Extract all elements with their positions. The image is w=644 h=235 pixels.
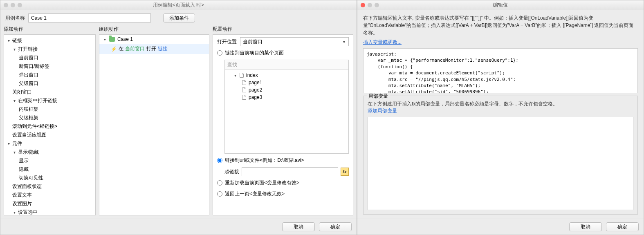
chevron-down-icon: ▾ bbox=[12, 210, 16, 215]
titlebar: 编辑值 bbox=[357, 0, 644, 10]
page-root[interactable]: ▾index bbox=[225, 72, 348, 79]
hyperlink-input[interactable] bbox=[242, 167, 338, 176]
tree-scroll-to[interactable]: 滚动到元件<锚链接> bbox=[4, 122, 95, 131]
edit-value-window: 编辑值 在下方编辑区输入文本, 变量名称或表达式要写在 "[[""]]" 中。例… bbox=[357, 0, 644, 235]
tree-open-link[interactable]: ▾打开链接 bbox=[4, 45, 95, 54]
chevron-down-icon: ▾ bbox=[12, 150, 16, 154]
radio-link-url[interactable] bbox=[217, 158, 222, 163]
action-target: 链接 bbox=[158, 45, 168, 52]
titlebar: 用例编辑<页面载入 时> bbox=[0, 0, 357, 10]
chevron-down-icon: ▾ bbox=[12, 98, 16, 103]
footer: 取消 确定 bbox=[357, 219, 644, 235]
action-window: 当前窗口 bbox=[125, 45, 145, 52]
close-dot[interactable] bbox=[361, 3, 365, 7]
column-headers: 添加动作 组织动作 配置动作 bbox=[0, 26, 357, 34]
local-var-list[interactable] bbox=[368, 117, 633, 210]
ok-button[interactable]: 确定 bbox=[319, 222, 352, 231]
folder-icon bbox=[109, 37, 115, 42]
chevron-down-icon: ▾ bbox=[103, 37, 107, 42]
tree-showhide[interactable]: ▾显示/隐藏 bbox=[4, 148, 95, 157]
page-icon bbox=[240, 73, 244, 78]
organize-panel: ▾ Case 1 ⚡ 在 当前窗口 打开 链接 bbox=[99, 34, 209, 215]
action-row[interactable]: ⚡ 在 当前窗口 打开 链接 bbox=[99, 44, 209, 54]
chevron-down-icon: ▾ bbox=[12, 47, 16, 51]
page-item[interactable]: page1 bbox=[225, 79, 348, 86]
add-action-header: 添加动作 bbox=[4, 26, 96, 33]
min-dot[interactable] bbox=[11, 3, 15, 7]
actions-panel: ▾链接 ▾打开链接 当前窗口 新窗口/新标签 弹出窗口 父级窗口 关闭窗口 ▾在… bbox=[4, 34, 96, 215]
tree-panel-state[interactable]: 设置面板状态 bbox=[4, 182, 95, 191]
footer: 取消 确定 bbox=[0, 219, 357, 235]
tree-open-in-frame[interactable]: ▾在框架中打开链接 bbox=[4, 96, 95, 105]
tree-popup[interactable]: 弹出窗口 bbox=[4, 71, 95, 79]
chevron-down-icon: ▾ bbox=[7, 141, 11, 146]
radio-reload-row[interactable]: 重新加载当前页面<变量修改有效> bbox=[217, 179, 349, 187]
case-name-input[interactable] bbox=[28, 13, 151, 22]
tree-widgets[interactable]: ▾元件 bbox=[4, 139, 95, 148]
radio-link-page-row[interactable]: 链接到当前项目的某个页面 bbox=[217, 49, 349, 57]
radio-link-url-row[interactable]: 链接到url或文件<例如：D:\蓝湖.avi> bbox=[217, 156, 349, 165]
radio-reload-label: 重新加载当前页面<变量修改有效> bbox=[225, 179, 299, 186]
case-label: Case 1 bbox=[117, 36, 133, 42]
add-local-var-link[interactable]: 添加局部变量 bbox=[368, 107, 633, 114]
description: 在下方编辑区输入文本, 变量名称或表达式要写在 "[[""]]" 中。例如：插入… bbox=[363, 14, 638, 36]
radio-back[interactable] bbox=[217, 191, 222, 197]
tree-current-window[interactable]: 当前窗口 bbox=[4, 54, 95, 62]
chevron-down-icon: ▾ bbox=[7, 38, 11, 43]
tree-parent-window[interactable]: 父级窗口 bbox=[4, 79, 95, 88]
tree-toggle[interactable]: 切换可见性 bbox=[4, 174, 95, 182]
org-action-header: 组织动作 bbox=[99, 26, 209, 33]
case-editor-window: 用例编辑<页面载入 时> 用例名称 添加条件 添加动作 组织动作 配置动作 ▾链… bbox=[0, 0, 357, 235]
chevron-down-icon: ▾ bbox=[233, 73, 237, 78]
panels: ▾链接 ▾打开链接 当前窗口 新窗口/新标签 弹出窗口 父级窗口 关闭窗口 ▾在… bbox=[0, 34, 357, 219]
hyperlink-label: 超链接 bbox=[224, 168, 239, 175]
radio-link-page[interactable] bbox=[217, 50, 222, 56]
local-var-desc: 在下方创建用于插入fx的局部变量，局部变量名称必须是字母、数字，不允许包含空格。 bbox=[368, 100, 633, 107]
tree-set-text[interactable]: 设置文本 bbox=[4, 191, 95, 199]
bolt-icon: ⚡ bbox=[111, 46, 117, 52]
tree-inline-frame[interactable]: 内联框架 bbox=[4, 105, 95, 114]
tree-close-window[interactable]: 关闭窗口 bbox=[4, 88, 95, 96]
config-action-header: 配置动作 bbox=[213, 26, 353, 33]
radio-back-row[interactable]: 返回上一页<变量修改无效> bbox=[217, 190, 349, 198]
page-search[interactable]: 查找 bbox=[225, 60, 348, 70]
page-icon bbox=[242, 95, 246, 100]
close-dot[interactable] bbox=[4, 3, 8, 7]
window-controls bbox=[4, 3, 22, 7]
case-name-row: 用例名称 添加条件 bbox=[0, 10, 357, 26]
tree-show[interactable]: 显示 bbox=[4, 157, 95, 165]
page-item[interactable]: page2 bbox=[225, 86, 348, 94]
radio-link-page-label: 链接到当前项目的某个页面 bbox=[225, 49, 284, 56]
max-dot[interactable] bbox=[18, 3, 22, 7]
max-dot[interactable] bbox=[375, 3, 379, 7]
radio-reload[interactable] bbox=[217, 180, 222, 186]
tree-set-adaptive[interactable]: 设置自适应视图 bbox=[4, 131, 95, 139]
insert-var-link[interactable]: 插入变量或函数... bbox=[363, 39, 638, 46]
code-editor[interactable]: javascript: var _mtac = {"performanceMon… bbox=[363, 48, 638, 93]
tree-set-selected[interactable]: ▾设置选中 bbox=[4, 208, 95, 215]
cancel-button[interactable]: 取消 bbox=[569, 222, 602, 231]
action-prefix: 在 bbox=[119, 45, 123, 52]
add-condition-button[interactable]: 添加条件 bbox=[163, 13, 195, 22]
chevron-down-icon: ▾ bbox=[342, 40, 346, 44]
window-title: 编辑值 bbox=[493, 2, 508, 9]
action-mid: 打开 bbox=[146, 45, 156, 52]
config-panel: 打开位置 当前窗口 ▾ 链接到当前项目的某个页面 查找 ▾index page1 bbox=[213, 34, 353, 215]
open-location-select[interactable]: 当前窗口 ▾ bbox=[240, 37, 349, 46]
min-dot[interactable] bbox=[368, 3, 372, 7]
actions-tree: ▾链接 ▾打开链接 当前窗口 新窗口/新标签 弹出窗口 父级窗口 关闭窗口 ▾在… bbox=[4, 35, 95, 215]
radio-link-url-label: 链接到url或文件<例如：D:\蓝湖.avi> bbox=[225, 157, 304, 164]
tree-hide[interactable]: 隐藏 bbox=[4, 165, 95, 174]
fx-button[interactable]: fx bbox=[341, 168, 349, 176]
open-location-label: 打开位置 bbox=[217, 38, 237, 45]
tree-parent-frame[interactable]: 父级框架 bbox=[4, 114, 95, 122]
page-item[interactable]: page3 bbox=[225, 94, 348, 101]
tree-new-window[interactable]: 新窗口/新标签 bbox=[4, 62, 95, 71]
cancel-button[interactable]: 取消 bbox=[282, 222, 315, 231]
case-row[interactable]: ▾ Case 1 bbox=[99, 35, 209, 44]
ok-button[interactable]: 确定 bbox=[606, 222, 639, 231]
tree-links[interactable]: ▾链接 bbox=[4, 36, 95, 45]
tree-set-image[interactable]: 设置图片 bbox=[4, 199, 95, 208]
radio-back-label: 返回上一页<变量修改无效> bbox=[225, 190, 285, 197]
page-icon bbox=[242, 87, 246, 92]
